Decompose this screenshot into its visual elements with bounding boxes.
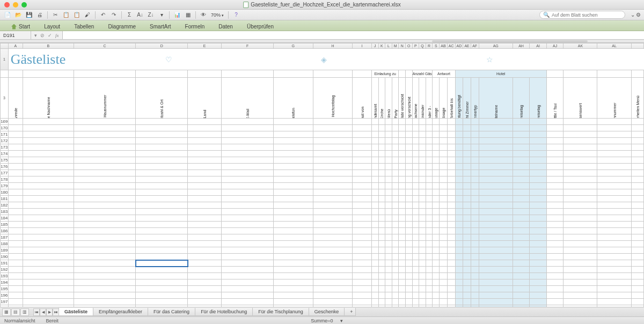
spreadsheet-grid[interactable]: ABCDEFGHIJKLMNOPQRSABACADAEAFAGAHAIAJAKA… [0, 43, 644, 307]
cell-AK198[interactable] [564, 305, 597, 307]
cell-B177[interactable] [23, 170, 74, 176]
cell-D175[interactable] [136, 157, 188, 164]
sort-asc-icon[interactable]: A↓ [136, 11, 144, 19]
cell-D172[interactable] [136, 138, 188, 144]
cell-R187[interactable] [426, 234, 433, 241]
cell-AI186[interactable] [530, 228, 547, 234]
cell-S190[interactable] [433, 254, 440, 260]
cell-H192[interactable] [313, 267, 353, 273]
cell-AJ170[interactable] [546, 125, 564, 131]
cell-AL193[interactable] [597, 273, 631, 279]
cell-AE190[interactable] [463, 254, 471, 260]
cell-L198[interactable] [385, 305, 392, 307]
cell-R180[interactable] [426, 189, 433, 196]
cell-AI178[interactable] [530, 176, 547, 183]
cell-AG174[interactable] [479, 151, 513, 157]
cell-AD179[interactable] [455, 183, 463, 189]
cell-A186[interactable] [8, 228, 23, 234]
cell-AD183[interactable] [455, 209, 463, 215]
status-sum-dropdown-icon[interactable]: ▾ [340, 318, 343, 323]
cell-AC198[interactable] [447, 305, 455, 307]
cell-AI191[interactable] [530, 260, 547, 267]
cell-J191[interactable] [371, 260, 378, 267]
cell-S187[interactable] [433, 234, 440, 241]
cell-AD184[interactable] [455, 215, 463, 222]
cell-AH185[interactable] [513, 222, 530, 228]
cell-M194[interactable] [392, 279, 399, 286]
cell-AC170[interactable] [447, 125, 455, 131]
cell-I178[interactable] [353, 176, 372, 183]
cell-Q190[interactable] [419, 254, 426, 260]
cell-x196[interactable] [631, 292, 643, 299]
cell-B179[interactable] [23, 183, 74, 189]
cell-E191[interactable] [188, 260, 222, 267]
cell-F181[interactable] [222, 196, 274, 202]
cell-AD175[interactable] [455, 157, 463, 164]
cell-AJ173[interactable] [546, 144, 564, 151]
row-header-183[interactable]: 183 [1, 209, 9, 215]
cell-N171[interactable] [399, 131, 406, 138]
row-header-1[interactable]: 1 [1, 49, 9, 70]
cell-K198[interactable] [378, 305, 385, 307]
cell-AK173[interactable] [564, 144, 597, 151]
cell-Q183[interactable] [419, 209, 426, 215]
cell-S171[interactable] [433, 131, 440, 138]
cell-AI173[interactable] [530, 144, 547, 151]
cell-Q173[interactable] [419, 144, 426, 151]
cell-P190[interactable] [412, 254, 419, 260]
cell-AH180[interactable] [513, 189, 530, 196]
cell-D182[interactable] [136, 202, 188, 209]
cell-J179[interactable] [371, 183, 378, 189]
cell-J195[interactable] [371, 286, 378, 292]
sort-desc-icon[interactable]: Z↓ [147, 11, 155, 19]
cell-B173[interactable] [23, 144, 74, 151]
cell-F196[interactable] [222, 292, 274, 299]
cell-P174[interactable] [412, 151, 419, 157]
cell-K182[interactable] [378, 202, 385, 209]
cell-AH181[interactable] [513, 196, 530, 202]
close-window-button[interactable] [4, 2, 10, 8]
cell-J173[interactable] [371, 144, 378, 151]
cell-F174[interactable] [222, 151, 274, 157]
cell-R173[interactable] [426, 144, 433, 151]
cell-AK171[interactable] [564, 131, 597, 138]
cell-F182[interactable] [222, 202, 274, 209]
cell-O174[interactable] [406, 151, 413, 157]
cell-J169[interactable] [371, 119, 378, 125]
cell-AH170[interactable] [513, 125, 530, 131]
cell-AG172[interactable] [479, 138, 513, 144]
cell-AK186[interactable] [564, 228, 597, 234]
cell-AD193[interactable] [455, 273, 463, 279]
cell-AJ180[interactable] [546, 189, 564, 196]
cell-AD189[interactable] [455, 247, 463, 254]
cell-B178[interactable] [23, 176, 74, 183]
cell-AE181[interactable] [463, 196, 471, 202]
cell-AH197[interactable] [513, 299, 530, 305]
cell-I193[interactable] [353, 273, 372, 279]
cell-I176[interactable] [353, 164, 372, 170]
cell-AH187[interactable] [513, 234, 530, 241]
cell-AL184[interactable] [597, 215, 631, 222]
cell-AG177[interactable] [479, 170, 513, 176]
cell-L179[interactable] [385, 183, 392, 189]
cell-AI179[interactable] [530, 183, 547, 189]
cell-I174[interactable] [353, 151, 372, 157]
col-header-AE[interactable]: AE [463, 43, 471, 49]
cell-AK193[interactable] [564, 273, 597, 279]
cell-H182[interactable] [313, 202, 353, 209]
cell-AD174[interactable] [455, 151, 463, 157]
cell-O198[interactable] [406, 305, 413, 307]
cell-D183[interactable] [136, 209, 188, 215]
cell-K178[interactable] [378, 176, 385, 183]
cell-AC188[interactable] [447, 241, 455, 247]
row-header-186[interactable]: 186 [1, 228, 9, 234]
cell-I180[interactable] [353, 189, 372, 196]
cell-AF186[interactable] [471, 228, 479, 234]
cell-S182[interactable] [433, 202, 440, 209]
cell-AE170[interactable] [463, 125, 471, 131]
cell-D185[interactable] [136, 222, 188, 228]
cell-AB171[interactable] [440, 131, 448, 138]
cell-AG170[interactable] [479, 125, 513, 131]
cell-AB176[interactable] [440, 164, 448, 170]
cell-G174[interactable] [274, 151, 313, 157]
